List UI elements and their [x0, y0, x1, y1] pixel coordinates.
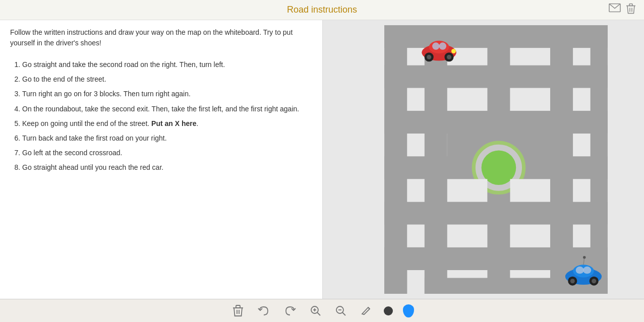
list-item: Go straight ahead until you reach the re… — [22, 161, 312, 174]
instructions-list: Go straight and take the second road on … — [22, 58, 312, 174]
list-item: Keep on going until the end of the stree… — [22, 117, 312, 130]
zoom-out-button[interactable] — [333, 303, 348, 318]
redo-button[interactable] — [282, 304, 298, 318]
svg-rect-31 — [447, 179, 487, 202]
list-item: Go left at the second crossroad. — [22, 147, 312, 159]
svg-line-66 — [317, 312, 320, 315]
bottom-toolbar — [0, 299, 644, 322]
svg-rect-18 — [510, 48, 550, 65]
svg-point-58 — [592, 279, 596, 283]
list-item: On the roundabout, take the second exit.… — [22, 103, 312, 115]
svg-rect-23 — [573, 88, 590, 111]
svg-point-45 — [439, 42, 446, 49]
map-container — [353, 25, 639, 294]
svg-rect-37 — [573, 225, 590, 247]
left-panel: Follow the written instructions and draw… — [0, 20, 323, 299]
list-item: Go to the end of the street. — [22, 73, 312, 86]
svg-line-72 — [368, 307, 370, 309]
svg-rect-20 — [407, 88, 424, 111]
svg-line-70 — [342, 312, 345, 315]
svg-rect-24 — [407, 134, 424, 156]
title-bar: Road instructions — [0, 0, 644, 20]
trash-icon[interactable] — [626, 3, 636, 17]
svg-point-60 — [583, 256, 586, 259]
map-svg — [353, 25, 639, 294]
color-dot-blue[interactable] — [403, 304, 414, 317]
svg-rect-13 — [384, 202, 608, 225]
svg-rect-19 — [573, 48, 590, 65]
svg-point-54 — [583, 267, 591, 274]
svg-rect-33 — [573, 179, 590, 202]
svg-rect-62 — [407, 270, 424, 294]
svg-rect-9 — [384, 25, 608, 48]
svg-rect-10 — [384, 65, 608, 88]
zoom-in-button[interactable] — [308, 303, 323, 318]
email-icon[interactable] — [609, 3, 621, 17]
svg-line-73 — [362, 314, 364, 314]
svg-point-49 — [447, 55, 451, 59]
svg-point-56 — [570, 279, 575, 283]
svg-point-47 — [427, 55, 431, 59]
instruction-5-bold: Put an X here — [151, 119, 196, 127]
list-item: Turn back and take the first road on you… — [22, 132, 312, 145]
svg-rect-11 — [384, 111, 608, 134]
svg-rect-34 — [407, 225, 424, 247]
right-panel — [323, 20, 644, 299]
list-item: Go straight and take the second road on … — [22, 58, 312, 71]
color-dot-dark[interactable] — [384, 306, 393, 315]
svg-rect-40 — [510, 270, 550, 278]
svg-rect-26 — [573, 134, 590, 156]
svg-rect-35 — [447, 225, 487, 247]
title-bar-icons — [609, 3, 636, 17]
svg-point-53 — [576, 267, 584, 274]
svg-rect-16 — [407, 48, 424, 65]
svg-rect-30 — [407, 179, 424, 202]
svg-point-44 — [432, 42, 439, 49]
page-title: Road instructions — [287, 5, 357, 15]
svg-rect-39 — [447, 270, 487, 278]
svg-rect-32 — [510, 179, 550, 202]
instruction-5-text: Keep on going until the end of the stree… — [22, 119, 151, 127]
main-content: Follow the written instructions and draw… — [0, 20, 644, 299]
svg-rect-22 — [510, 88, 550, 111]
pencil-button[interactable] — [359, 303, 374, 318]
svg-rect-21 — [447, 88, 487, 111]
undo-button[interactable] — [256, 304, 272, 318]
intro-text: Follow the written instructions and draw… — [10, 27, 312, 48]
svg-point-50 — [451, 49, 456, 53]
svg-rect-36 — [510, 225, 550, 247]
delete-button[interactable] — [230, 303, 246, 319]
list-item: Turn right an go on for 3 blocks. Then t… — [22, 88, 312, 100]
